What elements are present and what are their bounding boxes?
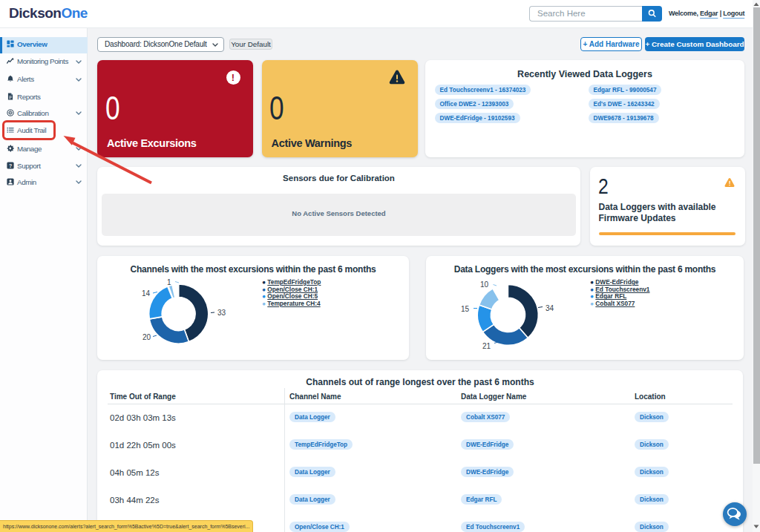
svg-text:14: 14 xyxy=(142,289,151,298)
svg-text:15: 15 xyxy=(461,305,470,313)
svg-text:10: 10 xyxy=(480,280,489,289)
svg-text:20: 20 xyxy=(142,333,151,341)
svg-text:?: ? xyxy=(9,162,12,168)
svg-text:21: 21 xyxy=(482,342,491,350)
svg-text:1: 1 xyxy=(167,278,171,286)
svg-text:33: 33 xyxy=(217,309,226,317)
svg-text:34: 34 xyxy=(546,304,554,312)
